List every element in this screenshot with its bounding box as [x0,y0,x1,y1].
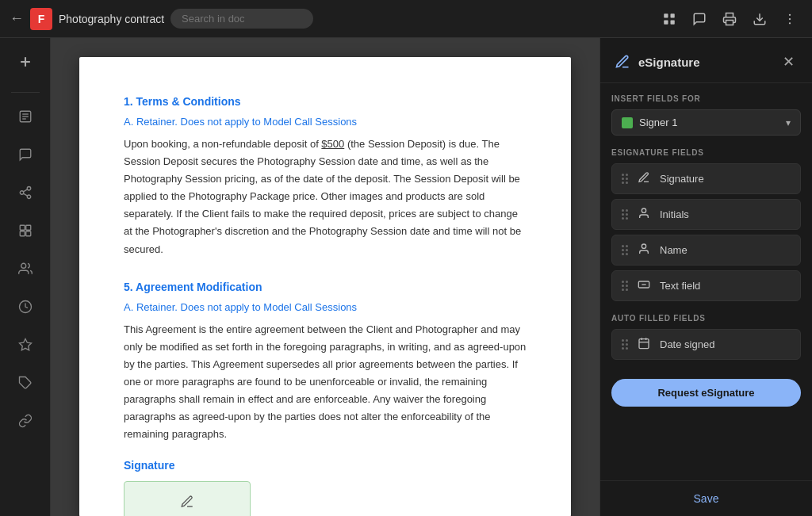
name-person-icon [636,243,652,258]
grid-view-button[interactable] [657,6,682,32]
paragraph1: Upon booking, a non-refundable deposit o… [124,136,527,258]
topbar-left: ← F Photography contract [10,8,649,30]
close-icon: ✕ [783,53,795,71]
topbar: ← F Photography contract [0,0,812,38]
sidebar-item-share[interactable] [8,175,43,210]
initials-field-label: Initials [660,208,791,220]
download-button[interactable] [747,6,772,32]
svg-point-16 [20,191,24,195]
back-arrow-icon: ← [10,10,24,27]
svg-rect-23 [25,231,30,236]
drag-handle-icon [622,245,628,255]
svg-rect-20 [20,225,25,230]
sidebar-item-clock[interactable] [8,289,43,324]
svg-rect-21 [25,225,30,230]
signature-field-label: Signature [660,173,791,185]
svg-rect-22 [20,231,25,236]
sidebar-item-users[interactable] [8,251,43,286]
esignature-header: eSignature ✕ [600,38,812,83]
svg-marker-26 [19,339,31,350]
pen-icon [180,495,194,512]
esignature-fields-group: ESIGNATURE FIELDS Signature [611,148,801,301]
svg-point-6 [789,13,791,15]
initials-person-icon [636,207,652,222]
sidebar-item-tag[interactable] [8,365,43,400]
app-icon: F [30,8,52,30]
initials-field-item[interactable]: Initials [611,199,801,230]
svg-point-15 [27,187,31,191]
print-button[interactable] [717,6,742,32]
textfield-icon [636,278,652,293]
sidebar-item-star[interactable] [8,327,43,362]
svg-rect-4 [726,20,733,25]
esig-footer: Save [600,480,812,516]
left-sidebar [0,38,51,516]
esig-close-button[interactable]: ✕ [777,51,799,73]
svg-rect-2 [664,20,668,24]
sidebar-item-components[interactable] [8,213,43,248]
drag-handle-icon [622,209,628,220]
date-signed-label: Date signed [660,338,791,350]
subsection1a-title: A. Retainer. Does not apply to Model Cal… [124,116,527,128]
sidebar-divider-1 [11,92,40,93]
svg-point-7 [789,17,791,19]
svg-point-28 [642,208,645,212]
insert-fields-label: INSERT FIELDS FOR [611,94,801,103]
svg-point-17 [27,195,31,199]
drag-handle-icon [622,339,628,350]
sidebar-item-add[interactable] [8,44,43,79]
paragraph2: This Agreement is the entire agreement b… [124,321,527,444]
date-signed-field-item[interactable]: Date signed [611,329,801,360]
doc-title: Photography contract [59,13,164,25]
svg-point-8 [789,22,791,24]
signature-field-item[interactable]: Signature [611,163,801,194]
signer-dropdown-left: Signer 1 [622,117,677,128]
svg-rect-0 [664,13,668,17]
signer-color-dot [622,117,633,128]
svg-line-18 [23,193,27,196]
subsection5a-title: A. Retainer. Does not apply to Model Cal… [124,301,527,313]
main-content: 1. Terms & Conditions A. Retainer. Does … [0,38,812,516]
section1-title: 1. Terms & Conditions [124,95,527,108]
signature-box[interactable] [124,481,251,516]
esig-body: INSERT FIELDS FOR Signer 1 ▾ ESIGNATURE … [600,83,812,480]
topbar-right [657,6,802,32]
sidebar-item-message[interactable] [8,137,43,172]
name-field-item[interactable]: Name [611,235,801,266]
sidebar-item-pages[interactable] [8,99,43,134]
chevron-down-icon: ▾ [786,117,791,128]
signature-label: Signature [124,459,527,472]
textfield-label: Text field [660,280,791,292]
esig-title: eSignature [638,55,700,69]
request-esignature-button[interactable]: Request eSignature [611,379,801,407]
svg-rect-3 [671,20,675,24]
calendar-icon [636,337,652,352]
drag-handle-icon [622,174,628,184]
back-button[interactable]: ← [10,10,24,27]
signer-name: Signer 1 [639,117,677,128]
esig-pen-icon [613,52,632,71]
section5-title: 5. Agreement Modification [124,281,527,293]
esignature-fields-label: ESIGNATURE FIELDS [611,148,801,157]
svg-line-19 [23,189,27,192]
svg-point-24 [21,263,25,268]
search-input[interactable] [170,9,313,29]
svg-rect-31 [639,339,649,349]
auto-filled-section: AUTO FILLED FIELDS Date signed [611,314,801,360]
textfield-field-item[interactable]: Text field [611,270,801,301]
sidebar-item-link[interactable] [8,403,43,438]
comment-button[interactable] [687,6,712,32]
svg-point-29 [642,244,645,248]
signer-dropdown[interactable]: Signer 1 ▾ [611,109,801,136]
esig-header-left: eSignature [613,52,700,71]
auto-filled-label: AUTO FILLED FIELDS [611,314,801,323]
document-page: 1. Terms & Conditions A. Retainer. Does … [79,57,571,516]
svg-rect-1 [671,13,675,17]
signature-pen-icon [636,171,652,186]
document-area: 1. Terms & Conditions A. Retainer. Does … [51,38,599,516]
esignature-panel: eSignature ✕ INSERT FIELDS FOR Signer 1 … [599,38,812,516]
drag-handle-icon [622,281,628,291]
name-field-label: Name [660,244,791,256]
save-button[interactable]: Save [694,492,719,505]
more-options-button[interactable] [777,6,802,32]
